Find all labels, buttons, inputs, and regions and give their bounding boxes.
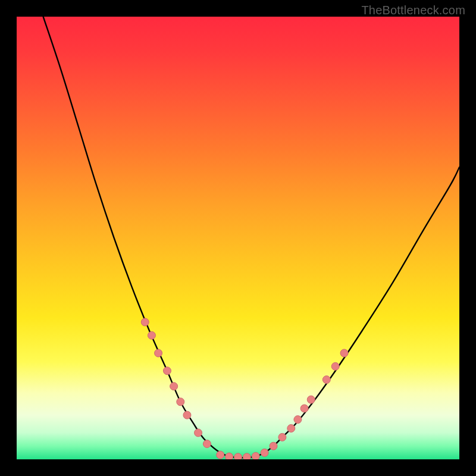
data-marker — [322, 376, 330, 384]
chart-stage: TheBottleneck.com — [0, 0, 476, 476]
data-marker — [163, 367, 171, 375]
data-marker — [307, 396, 315, 403]
data-marker — [141, 318, 149, 326]
data-marker — [270, 442, 277, 450]
chart-svg — [17, 17, 459, 459]
data-marker — [300, 405, 308, 412]
data-marker — [177, 398, 184, 406]
data-marker — [278, 433, 286, 441]
bottleneck-curve — [43, 17, 459, 458]
data-marker — [195, 429, 202, 437]
data-marker — [243, 453, 250, 459]
data-marker — [183, 411, 191, 419]
curve-group — [43, 17, 459, 458]
watermark-text: TheBottleneck.com — [361, 4, 465, 17]
data-marker — [217, 451, 224, 459]
data-marker — [331, 362, 339, 370]
data-marker — [340, 349, 348, 357]
data-marker — [252, 452, 259, 459]
plot-area — [17, 17, 459, 459]
data-marker — [261, 449, 268, 456]
marker-group — [141, 318, 348, 459]
data-marker — [203, 440, 211, 447]
data-marker — [226, 453, 233, 459]
data-marker — [155, 349, 162, 357]
data-marker — [170, 383, 178, 390]
data-marker — [234, 453, 242, 459]
data-marker — [148, 331, 155, 339]
data-marker — [294, 416, 302, 424]
data-marker — [287, 424, 295, 432]
